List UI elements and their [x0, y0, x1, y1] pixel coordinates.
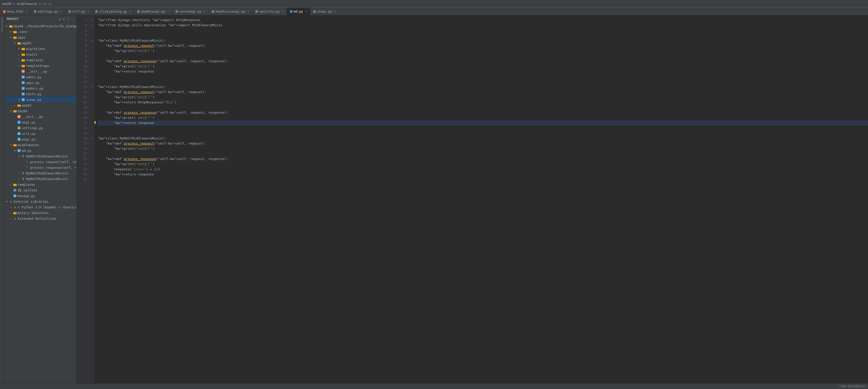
fold-marker-22 — [89, 126, 95, 131]
fold-marker-19 — [89, 110, 95, 115]
tab-close-handlers_wsgi_py[interactable]: ✕ — [247, 10, 249, 13]
structure-tab[interactable]: Structure — [0, 16, 4, 33]
tree-icon-5 — [21, 53, 25, 56]
bulb-icon-21[interactable]: 💡 — [95, 120, 97, 126]
tree-icon-30: py — [13, 194, 17, 198]
tree-item-33[interactable]: ▷ Binary Skeletons — [5, 210, 76, 216]
tree-item-22[interactable]: ▼ py md.py — [5, 148, 76, 153]
svg-rect-14 — [22, 65, 25, 67]
tab-settings_py[interactable]: settings.py✕ — [31, 8, 65, 15]
tree-item-7[interactable]: ▷ templatetags — [5, 63, 76, 68]
tree-item-5[interactable]: ▷ static — [5, 52, 76, 57]
tree-item-34[interactable]: ▷ ▦ Extended Definitions — [5, 216, 76, 221]
fold-marker-5[interactable]: ▼ — [89, 38, 95, 43]
fold-marker-29 — [89, 162, 95, 167]
tree-item-18[interactable]: py settings.py — [5, 125, 76, 131]
tree-item-13[interactable]: ▼ py views.py — [5, 97, 76, 103]
tree-item-30[interactable]: py manage.py — [5, 193, 76, 199]
tab-md_py[interactable]: md.py✕ — [287, 8, 310, 15]
tab-close-core_wsgi_py[interactable]: ✕ — [204, 10, 205, 13]
fold-marker-24[interactable]: ▼ — [89, 136, 95, 141]
fold-marker-14[interactable]: ▼ — [89, 84, 95, 89]
tab-close-settings_py[interactable]: ✕ — [60, 10, 62, 13]
tree-item-19[interactable]: py urls.py — [5, 131, 76, 136]
tab-close-clickjacking_py[interactable]: ✕ — [129, 10, 131, 13]
tab-icon-clickjacking_py — [95, 10, 98, 13]
tree-item-15[interactable]: ▼ day04 — [5, 108, 76, 114]
tree-item-4[interactable]: ▼ migrations — [5, 46, 76, 52]
fold-marker-13 — [89, 79, 95, 84]
tab-csrf_py[interactable]: csrf.py✕ — [65, 8, 92, 15]
tree-item-10[interactable]: py apps.py — [5, 80, 76, 85]
tree-item-16[interactable]: py __init__.py — [5, 114, 76, 119]
tab-views_py[interactable]: views.py✕ — [310, 8, 339, 15]
tree-arrow-3: ▼ — [13, 42, 17, 45]
tab-close-menu_html[interactable]: ✕ — [26, 10, 28, 13]
tree-item-12[interactable]: py tests.py — [5, 91, 76, 97]
tree-item-27[interactable]: ▷ C MyMd3(MiddlewareMixin) — [5, 176, 76, 182]
tab-security_py[interactable]: security.py✕ — [252, 8, 287, 15]
tree-item-2[interactable]: ▼ apps — [5, 34, 76, 40]
tree-item-3[interactable]: ▼ app01 — [5, 40, 76, 46]
tree-item-25[interactable]: f process_response(self, req... — [5, 165, 76, 170]
tree-item-14[interactable]: ▷ app02 — [5, 103, 76, 108]
tab-icon-menu_html — [3, 10, 6, 13]
svg-text:py: py — [18, 127, 21, 129]
fold-marker-32 — [89, 177, 95, 182]
fold-marker-2[interactable]: ▼ — [89, 23, 95, 28]
fold-marker-3 — [89, 28, 95, 33]
tree-item-24[interactable]: f process_request(self, requ... — [5, 159, 76, 165]
code-text-14: "kw">class MyMd2(MiddlewareMixin): — [98, 84, 166, 89]
fold-marker-27 — [89, 151, 95, 157]
tree-item-31[interactable]: ▼ ▦ External Libraries — [5, 199, 76, 204]
tree-icon-10: py — [21, 81, 25, 84]
line-num-23: 23 — [76, 131, 89, 136]
fold-marker-18 — [89, 105, 95, 110]
panel-minus-icon[interactable]: − — [71, 17, 74, 21]
tab-close-csrf_py[interactable]: ✕ — [87, 10, 89, 13]
code-line-2: "kw">from django.utils.deprecation "kw">… — [98, 23, 868, 28]
line-num-10: 10 — [76, 64, 89, 69]
code-text-32 — [98, 177, 100, 182]
panel-gear-icon[interactable]: ⚙ — [58, 17, 61, 21]
panel-settings-icon[interactable]: ⛭ — [66, 17, 70, 21]
panel-list-icon[interactable]: ≡ — [62, 17, 65, 21]
line-num-12: 12 — [76, 74, 89, 79]
tree-icon-32: ▦ — [13, 205, 17, 209]
tree-item-23[interactable]: ▼ C MyMd1(MiddlewareMixin) — [5, 153, 76, 159]
tree-item-29[interactable]: db.sqlite3 — [5, 187, 76, 193]
code-line-27 — [98, 151, 868, 157]
tree-icon-14 — [17, 104, 21, 107]
tree-item-1[interactable]: ▼ .venv — [5, 29, 76, 34]
tree-item-32[interactable]: ▷ ▦ < Python 3.9 (day04) > /Users/wupe..… — [5, 204, 76, 210]
tab-clickjacking_py[interactable]: clickjacking.py✕ — [92, 8, 134, 15]
tab-close-views_py[interactable]: ✕ — [334, 10, 336, 13]
svg-rect-3 — [13, 31, 15, 31]
tree-label-29: db.sqlite3 — [18, 188, 37, 192]
code-content[interactable]: "kw">from django.shortcuts "kw">import H… — [95, 16, 868, 383]
tree-item-0[interactable]: ▼ day04 ~/PycharmProjects/5x_django_... — [5, 23, 76, 29]
tab-close-md_py[interactable]: ✕ — [305, 10, 307, 13]
tab-close-day04_wsgi_py[interactable]: ✕ — [167, 10, 169, 13]
tree-item-6[interactable]: ▷ templates — [5, 57, 76, 63]
tab-menu_html[interactable]: menu.html✕ — [0, 8, 31, 15]
tree-item-8[interactable]: py __init__.py — [5, 68, 76, 74]
tree-item-26[interactable]: ▷ C MyMd2(MiddlewareMixin) — [5, 170, 76, 176]
tab-handlers_wsgi_py[interactable]: handlers/wsgi.py✕ — [209, 8, 252, 15]
tree-item-11[interactable]: py models.py — [5, 85, 76, 91]
tab-day04_wsgi_py[interactable]: day04/wsgi.py✕ — [134, 8, 173, 15]
main-content: Structure Project ⚙ ≡ ⛭ − ▼ day04 ~/Pych… — [0, 16, 868, 383]
tab-close-security_py[interactable]: ✕ — [282, 10, 284, 13]
tree-arrow-5: ▷ — [17, 53, 21, 56]
tree-item-28[interactable]: ▷ templates — [5, 182, 76, 187]
tree-item-9[interactable]: py admin.py — [5, 74, 76, 80]
tree-item-17[interactable]: py asgi.py — [5, 119, 76, 125]
tab-core_wsgi_py[interactable]: core/wsgi.py✕ — [173, 8, 209, 15]
tree-item-21[interactable]: ▼ middlewares — [5, 142, 76, 148]
tree-item-20[interactable]: py wsgi.py — [5, 136, 76, 142]
tree-arrow-13: ▼ — [17, 98, 21, 101]
line-num-6: 6 — [76, 43, 89, 48]
fold-marker-1[interactable]: ▼ — [89, 18, 95, 23]
code-line-29: "kw">print('md3走了') — [98, 162, 868, 167]
code-text-4 — [98, 33, 100, 38]
